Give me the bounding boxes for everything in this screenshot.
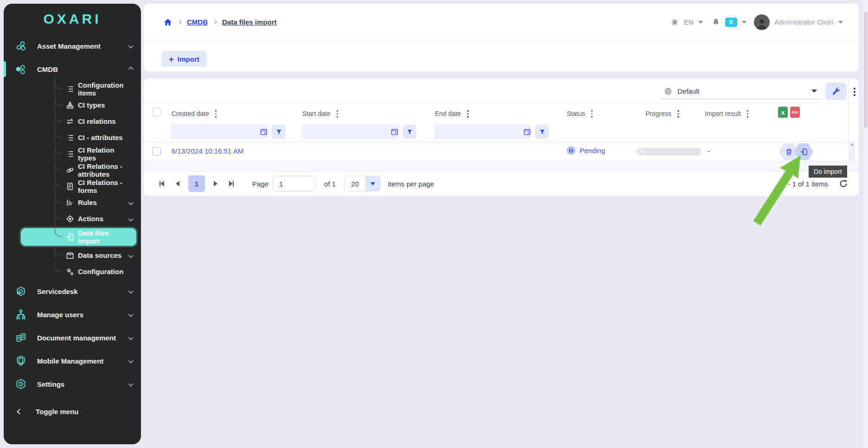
user-name[interactable]: Administrator Oxari	[774, 18, 834, 26]
oxari-logo: OXARI	[4, 4, 141, 34]
scroll-up-arrow-icon[interactable]	[850, 143, 854, 146]
page-scrollbar[interactable]	[863, 0, 868, 448]
list-icon	[65, 84, 75, 94]
home-icon[interactable]	[163, 18, 172, 27]
chevron-down-icon[interactable]	[742, 21, 747, 24]
link-icon	[65, 166, 75, 175]
page-number-button[interactable]: 1	[188, 175, 205, 192]
sidebar-item-mobile-management[interactable]: Mobile Management	[4, 349, 141, 372]
row-created-date-link[interactable]: 6/13/2024 10:16:51 AM	[172, 147, 243, 155]
chevron-down-icon[interactable]	[698, 21, 703, 24]
column-header-import-result[interactable]: Import result	[705, 109, 750, 119]
column-menu-kebab[interactable]	[746, 109, 750, 119]
sidebar-item-settings[interactable]: Settings	[4, 372, 141, 396]
grid-header-row: Created date Start date End date Status …	[144, 103, 859, 122]
next-page-button[interactable]	[208, 176, 223, 192]
chevron-left-icon	[17, 409, 23, 415]
breadcrumb-link-cmdb[interactable]: CMDB	[187, 18, 208, 26]
last-page-button[interactable]	[223, 176, 239, 192]
chevron-down-icon	[128, 288, 133, 294]
select-all-checkbox[interactable]	[152, 108, 161, 116]
export-excel-icon[interactable]: x	[778, 107, 788, 118]
column-header-created-date[interactable]: Created date	[172, 109, 218, 119]
import-button[interactable]: + Import	[161, 51, 207, 67]
start-date-filter-button[interactable]	[402, 125, 416, 139]
page-input[interactable]	[273, 176, 316, 192]
sidebar-item-configuration[interactable]: Configuration	[4, 263, 141, 280]
view-selector[interactable]: Default	[661, 83, 821, 99]
sidebar-item-data-files-import[interactable]: Data files import	[21, 228, 136, 246]
end-date-filter-input[interactable]	[434, 124, 531, 139]
progress-bar: 0%	[636, 148, 701, 155]
toggle-menu-button[interactable]: Toggle menu	[4, 400, 141, 422]
chevron-down-icon	[128, 200, 133, 205]
sidebar-item-ci-types[interactable]: CI types	[4, 97, 141, 113]
calendar-icon[interactable]	[260, 128, 268, 136]
swap-arrows-icon	[65, 117, 75, 126]
grid-settings-button[interactable]	[825, 83, 847, 100]
bell-icon[interactable]	[711, 18, 721, 27]
sidebar-item-document-management[interactable]: Document management	[4, 326, 141, 349]
do-import-button[interactable]	[794, 143, 813, 160]
calendar-icon[interactable]	[390, 128, 399, 136]
page-size-select[interactable]: 20	[344, 176, 381, 192]
chevron-down-icon	[128, 312, 133, 317]
column-menu-kebab[interactable]	[335, 109, 340, 119]
column-menu-kebab[interactable]	[590, 109, 594, 119]
row-checkbox[interactable]	[152, 147, 161, 156]
document-management-icon	[15, 332, 27, 344]
pagination-bar: 1 Page of 1 20 items per page 1 - 1 of 1…	[144, 172, 859, 196]
created-date-filter-input[interactable]	[171, 124, 268, 139]
export-pdf-icon[interactable]: PDF	[790, 107, 800, 118]
empty-row-band	[144, 161, 859, 172]
language-selector[interactable]: EN	[684, 18, 694, 26]
grid-card: Default Created date Start date End date	[144, 79, 859, 196]
shapes-icon	[65, 101, 75, 110]
start-date-filter-input[interactable]	[301, 124, 399, 139]
previous-page-button[interactable]	[170, 176, 185, 192]
page-scrollbar-thumb[interactable]	[864, 12, 868, 128]
trash-icon	[785, 147, 793, 156]
manage-users-icon	[15, 308, 27, 320]
items-per-page-label: items per page	[388, 180, 434, 188]
sidebar-item-rules[interactable]: Rules	[4, 194, 141, 211]
sidebar-item-ci-relations-forms[interactable]: CI Relations - forms	[4, 178, 141, 194]
created-date-filter-button[interactable]	[272, 125, 286, 139]
column-header-end-date[interactable]: End date	[435, 109, 470, 119]
do-import-icon	[799, 147, 808, 156]
first-page-button[interactable]	[154, 176, 170, 192]
pause-status-icon	[567, 146, 575, 155]
settings-icon	[15, 378, 27, 390]
column-menu-kebab[interactable]	[676, 109, 681, 119]
sidebar-item-actions[interactable]: Actions	[4, 211, 141, 227]
sidebar-item-ci-relations[interactable]: CI relations	[4, 113, 141, 129]
column-menu-kebab[interactable]	[466, 109, 470, 119]
column-header-progress[interactable]: Progress	[645, 109, 681, 119]
notification-badge[interactable]: 0	[725, 18, 737, 27]
sidebar-item-ci-relation-types[interactable]: CI Relation types	[4, 146, 141, 162]
sidebar-item-ci-relations-attributes[interactable]: CI Relations - attributes	[4, 162, 141, 178]
chevron-down-icon	[128, 43, 133, 48]
calendar-icon[interactable]	[523, 128, 531, 136]
column-header-start-date[interactable]: Start date	[302, 109, 339, 119]
sidebar-item-asset-management[interactable]: Asset Management	[4, 34, 141, 58]
app-root: OXARI Asset Management	[0, 0, 868, 448]
sidebar-item-data-sources[interactable]: Data sources	[4, 247, 141, 263]
grid-filter-row	[144, 122, 859, 142]
sidebar-item-cmdb[interactable]: CMDB	[4, 58, 141, 81]
end-date-filter-button[interactable]	[535, 125, 549, 139]
chevron-down-icon	[128, 358, 133, 363]
table-row: 6/13/2024 10:16:51 AM Pending 0% -	[144, 142, 859, 161]
sidebar-item-servicedesk[interactable]: Servicedesk	[4, 280, 141, 303]
sidebar-item-label: Asset Management	[37, 42, 101, 50]
gear-icon[interactable]	[670, 18, 679, 27]
refresh-icon[interactable]	[838, 179, 849, 189]
chevron-down-icon[interactable]	[838, 21, 843, 24]
sidebar-item-configuration-items[interactable]: Configuration items	[4, 81, 141, 97]
sidebar-item-manage-users[interactable]: Manage users	[4, 303, 141, 326]
sidebar-item-ci-attributes[interactable]: CI - attributes	[4, 129, 141, 146]
grid-menu-kebab[interactable]	[852, 86, 857, 97]
column-menu-kebab[interactable]	[214, 109, 218, 119]
column-header-status[interactable]: Status	[567, 109, 594, 119]
avatar[interactable]	[754, 14, 770, 30]
